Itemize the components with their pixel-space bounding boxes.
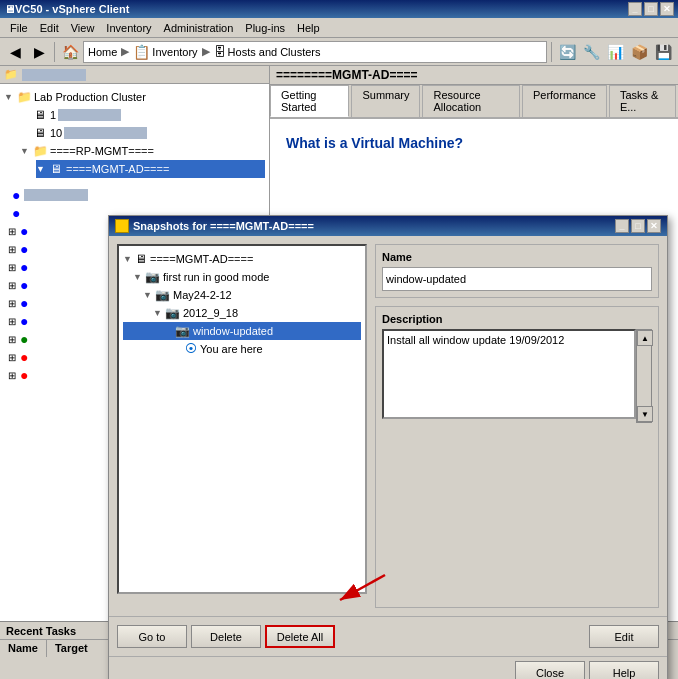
- menu-plugins[interactable]: Plug-ins: [239, 20, 291, 36]
- tree-item-rp[interactable]: ▼ 📁 ====RP-MGMT====: [20, 142, 265, 160]
- vm-title-text: ====MGMT-AD====: [304, 68, 417, 82]
- description-textarea[interactable]: Install all window update 19/09/2012: [382, 329, 636, 419]
- app-icon: 🖥: [4, 3, 15, 15]
- tab-summary[interactable]: Summary: [351, 85, 420, 117]
- close-button[interactable]: Close: [515, 661, 585, 679]
- rp-icon: 📁: [32, 143, 48, 159]
- tab-tasks[interactable]: Tasks & E...: [609, 85, 676, 117]
- dialog-bottom-buttons: Close Help: [109, 656, 667, 679]
- close-button[interactable]: ✕: [660, 2, 674, 16]
- tree-item-mgmtad[interactable]: ▼ 🖥 ====MGMT-AD====: [36, 160, 265, 178]
- tree-item-cluster[interactable]: ▼ 📁 Lab Production Cluster: [4, 88, 265, 106]
- dialog-close-x[interactable]: ✕: [647, 219, 661, 233]
- toggle-rp: ▼: [20, 146, 32, 156]
- snap-item-here[interactable]: ⦿ You are here: [123, 340, 361, 358]
- tree-item-extra1[interactable]: ●: [4, 186, 265, 204]
- vm-title-equals: ====: [276, 68, 304, 82]
- tool1[interactable]: 🔄: [556, 41, 578, 63]
- nav-breadcrumb: Home ▶ 📋 Inventory ▶ 🗄 Hosts and Cluster…: [83, 41, 547, 63]
- vm2-bar: [64, 127, 147, 139]
- description-wrapper: Install all window update 19/09/2012 ▲ ▼: [382, 329, 652, 421]
- cluster-label: Lab Production Cluster: [34, 91, 146, 103]
- snap-camera-icon-1: 📷: [145, 270, 160, 284]
- menu-bar: File Edit View Inventory Administration …: [0, 18, 678, 38]
- delete-all-button[interactable]: Delete All: [265, 625, 335, 648]
- toggle-cluster: ▼: [4, 92, 16, 102]
- menu-file[interactable]: File: [4, 20, 34, 36]
- snap-label-here: You are here: [200, 343, 263, 355]
- dialog-maximize[interactable]: □: [631, 219, 645, 233]
- nav-hosts-clusters[interactable]: Hosts and Clusters: [228, 46, 321, 58]
- snap-label-sep: 2012_9_18: [183, 307, 238, 319]
- tree-item-vm2[interactable]: 🖥 10: [20, 124, 265, 142]
- snap-toggle-root: ▼: [123, 254, 133, 264]
- vm1-bar: [58, 109, 121, 121]
- snap-camera-icon-3: 📷: [165, 306, 180, 320]
- snap-item-updated[interactable]: 📷 window-updated: [123, 322, 361, 340]
- description-scrollbar[interactable]: ▲ ▼: [636, 329, 652, 423]
- snap-item-may[interactable]: ▼ 📷 May24-2-12: [123, 286, 361, 304]
- forward-button[interactable]: ▶: [28, 41, 50, 63]
- name-label: Name: [382, 251, 652, 263]
- home-button[interactable]: 🏠: [59, 41, 81, 63]
- nav-arrow-2: ▶: [202, 45, 210, 58]
- left-panel-header: 📁: [0, 66, 269, 84]
- snap-label-first: first run in good mode: [163, 271, 269, 283]
- snap-item-root[interactable]: ▼ 🖥 ====MGMT-AD====: [123, 250, 361, 268]
- vm1-icon: 🖥: [32, 107, 48, 123]
- description-group: Description Install all window update 19…: [375, 306, 659, 608]
- back-button[interactable]: ◀: [4, 41, 26, 63]
- nav-inventory[interactable]: Inventory: [152, 46, 197, 58]
- dialog-left-buttons: Go to Delete Delete All: [117, 625, 335, 648]
- description-label: Description: [382, 313, 652, 325]
- scroll-track: [637, 346, 651, 406]
- menu-administration[interactable]: Administration: [158, 20, 240, 36]
- snap-label-root: ====MGMT-AD====: [150, 253, 253, 265]
- scroll-up-button[interactable]: ▲: [637, 330, 653, 346]
- tab-resource-allocation[interactable]: Resource Allocation: [422, 85, 519, 117]
- tool2[interactable]: 🔧: [580, 41, 602, 63]
- help-button[interactable]: Help: [589, 661, 659, 679]
- delete-button[interactable]: Delete: [191, 625, 261, 648]
- tree-item-vm1[interactable]: 🖥 1: [20, 106, 265, 124]
- snap-toggle-may: ▼: [143, 290, 153, 300]
- menu-inventory[interactable]: Inventory: [100, 20, 157, 36]
- dialog-icon: [115, 219, 129, 233]
- minimize-button[interactable]: _: [628, 2, 642, 16]
- snap-camera-icon-4: 📷: [175, 324, 190, 338]
- snap-label-may: May24-2-12: [173, 289, 232, 301]
- scroll-down-button[interactable]: ▼: [637, 406, 653, 422]
- tab-performance[interactable]: Performance: [522, 85, 607, 117]
- snap-item-first[interactable]: ▼ 📷 first run in good mode: [123, 268, 361, 286]
- snapshot-tree-panel[interactable]: ▼ 🖥 ====MGMT-AD==== ▼ 📷 first run in goo…: [117, 244, 367, 594]
- snap-toggle-first: ▼: [133, 272, 143, 282]
- edit-button[interactable]: Edit: [589, 625, 659, 648]
- snap-item-sep[interactable]: ▼ 📷 2012_9_18: [123, 304, 361, 322]
- snap-toggle-sep: ▼: [153, 308, 163, 318]
- toggle-mgmtad: ▼: [36, 164, 48, 174]
- vm1-label: 1: [50, 109, 56, 121]
- tool4[interactable]: 📦: [628, 41, 650, 63]
- dialog-controls: _ □ ✕: [615, 219, 661, 233]
- toolbar-separator-1: [54, 42, 55, 62]
- tool3[interactable]: 📊: [604, 41, 626, 63]
- nav-home[interactable]: Home: [88, 46, 117, 58]
- panel-folder-icon: 📁: [4, 68, 18, 81]
- tool5[interactable]: 💾: [652, 41, 674, 63]
- vm2-icon: 🖥: [32, 125, 48, 141]
- tab-getting-started[interactable]: Getting Started: [270, 85, 349, 117]
- menu-view[interactable]: View: [65, 20, 101, 36]
- rp-children: ▼ 🖥 ====MGMT-AD====: [20, 160, 265, 178]
- maximize-button[interactable]: □: [644, 2, 658, 16]
- menu-edit[interactable]: Edit: [34, 20, 65, 36]
- title-controls: _ □ ✕: [628, 2, 674, 16]
- menu-help[interactable]: Help: [291, 20, 326, 36]
- dialog-minimize[interactable]: _: [615, 219, 629, 233]
- mgmtad-icon: 🖥: [48, 161, 64, 177]
- goto-button[interactable]: Go to: [117, 625, 187, 648]
- vm2-label: 10: [50, 127, 62, 139]
- panel-title: ========MGMT-AD====: [270, 66, 678, 85]
- dialog-title-text: Snapshots for ====MGMT-AD====: [133, 220, 314, 232]
- name-input[interactable]: [382, 267, 652, 291]
- toolbar-separator-2: [551, 42, 552, 62]
